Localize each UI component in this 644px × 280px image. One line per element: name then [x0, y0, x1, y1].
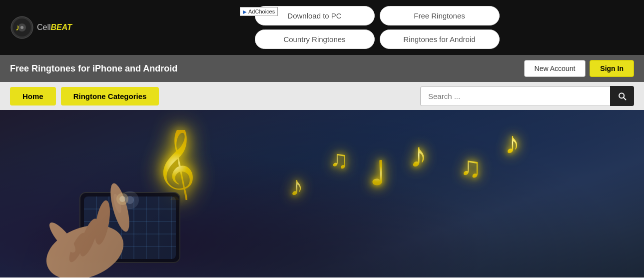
- search-icon: [617, 91, 627, 101]
- hero-section: 𝄞 ♪ ♫ ♩ ♪ ♫ ♪: [0, 110, 644, 278]
- logo-cell-text: Cell: [37, 23, 51, 32]
- music-note-5: ♫: [460, 150, 482, 184]
- music-note-4: ♪: [410, 135, 427, 175]
- country-ringtones-button[interactable]: Country Ringtones: [255, 30, 375, 49]
- home-button[interactable]: Home: [10, 87, 56, 106]
- site-tagline: Free Ringtones for iPhone and Android: [10, 64, 177, 74]
- ringtones-for-android-button[interactable]: Ringtones for Android: [380, 30, 500, 49]
- music-note-2: ♫: [330, 145, 349, 174]
- free-ringtones-button[interactable]: Free Ringtones: [380, 6, 500, 26]
- svg-point-28: [119, 196, 125, 202]
- search-area: [420, 86, 634, 106]
- svg-text:♪: ♪: [15, 22, 20, 32]
- search-input[interactable]: [420, 86, 610, 106]
- account-actions: New Account Sign In: [524, 60, 634, 77]
- music-note-1: ♪: [290, 170, 304, 202]
- logo-beat-text: BEAT: [51, 23, 72, 32]
- logo-icon: ♪: [10, 16, 34, 40]
- ad-choices-badge[interactable]: ▶ AdChoices: [240, 7, 278, 16]
- music-note-3: ♩: [370, 155, 385, 192]
- music-note-6: ♪: [505, 125, 520, 160]
- gray-bar: Free Ringtones for iPhone and Android Ne…: [0, 55, 644, 82]
- top-nav-buttons: Download to PC Free Ringtones Country Ri…: [120, 6, 634, 49]
- ad-choices-label: AdChoices: [248, 8, 275, 14]
- hand-phone-illustration: [25, 122, 200, 278]
- new-account-button[interactable]: New Account: [524, 60, 586, 77]
- svg-point-3: [20, 26, 23, 29]
- top-nav-row-2: Country Ringtones Ringtones for Android: [255, 30, 500, 49]
- ringtone-categories-button[interactable]: Ringtone Categories: [61, 87, 159, 106]
- search-button[interactable]: [610, 86, 634, 106]
- top-nav-row-1: Download to PC Free Ringtones: [255, 6, 500, 26]
- nav-search-bar: Home Ringtone Categories: [0, 82, 644, 110]
- sign-in-button[interactable]: Sign In: [590, 60, 634, 77]
- ad-choices-icon: ▶: [243, 9, 247, 14]
- logo[interactable]: ♪ CellBEAT: [10, 16, 120, 40]
